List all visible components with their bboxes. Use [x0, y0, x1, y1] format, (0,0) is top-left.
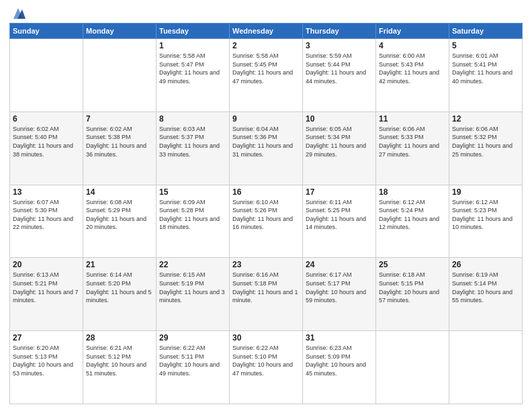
calendar-cell: 21Sunrise: 6:14 AM Sunset: 5:20 PM Dayli…	[83, 258, 157, 331]
calendar-cell: 5Sunrise: 6:01 AM Sunset: 5:41 PM Daylig…	[449, 39, 523, 112]
day-info: Sunrise: 6:01 AM Sunset: 5:41 PM Dayligh…	[452, 52, 519, 85]
day-info: Sunrise: 6:20 AM Sunset: 5:13 PM Dayligh…	[13, 344, 80, 377]
day-info: Sunrise: 6:11 AM Sunset: 5:25 PM Dayligh…	[306, 198, 373, 232]
day-info: Sunrise: 6:08 AM Sunset: 5:29 PM Dayligh…	[86, 198, 153, 232]
calendar-cell: 29Sunrise: 6:22 AM Sunset: 5:11 PM Dayli…	[157, 331, 230, 404]
calendar-week-row: 6Sunrise: 6:02 AM Sunset: 5:40 PM Daylig…	[10, 111, 523, 185]
day-number: 30	[232, 333, 300, 342]
calendar-cell: 17Sunrise: 6:11 AM Sunset: 5:25 PM Dayli…	[303, 185, 376, 258]
calendar-table: Sunday Monday Tuesday Wednesday Thursday…	[9, 23, 523, 404]
day-info: Sunrise: 6:18 AM Sunset: 5:15 PM Dayligh…	[379, 271, 446, 304]
calendar-week-row: 27Sunrise: 6:20 AM Sunset: 5:13 PM Dayli…	[10, 331, 523, 404]
day-number: 26	[452, 260, 519, 269]
day-number: 19	[452, 187, 519, 197]
logo-icon	[11, 7, 26, 20]
calendar-cell: 15Sunrise: 6:09 AM Sunset: 5:28 PM Dayli…	[157, 185, 230, 258]
day-info: Sunrise: 6:03 AM Sunset: 5:37 PM Dayligh…	[159, 125, 226, 158]
header-thursday: Thursday	[303, 24, 376, 39]
day-number: 21	[86, 260, 153, 269]
header	[9, 7, 523, 17]
header-wednesday: Wednesday	[230, 24, 303, 39]
day-number: 4	[379, 41, 446, 50]
day-number: 18	[379, 187, 446, 197]
calendar-cell: 18Sunrise: 6:12 AM Sunset: 5:24 PM Dayli…	[376, 185, 449, 258]
day-info: Sunrise: 6:06 AM Sunset: 5:32 PM Dayligh…	[452, 125, 519, 158]
page: Sunday Monday Tuesday Wednesday Thursday…	[0, 0, 532, 411]
calendar-cell: 7Sunrise: 6:02 AM Sunset: 5:38 PM Daylig…	[83, 111, 157, 185]
day-number: 20	[13, 260, 80, 269]
day-number: 24	[306, 260, 373, 269]
day-info: Sunrise: 6:16 AM Sunset: 5:18 PM Dayligh…	[232, 271, 300, 304]
day-info: Sunrise: 6:22 AM Sunset: 5:10 PM Dayligh…	[232, 344, 300, 377]
calendar-cell	[83, 39, 157, 112]
day-number: 2	[232, 41, 300, 50]
calendar-cell: 16Sunrise: 6:10 AM Sunset: 5:26 PM Dayli…	[230, 185, 303, 258]
calendar-cell: 23Sunrise: 6:16 AM Sunset: 5:18 PM Dayli…	[230, 258, 303, 331]
header-sunday: Sunday	[10, 24, 83, 39]
calendar-cell: 11Sunrise: 6:06 AM Sunset: 5:33 PM Dayli…	[376, 111, 449, 185]
day-info: Sunrise: 5:58 AM Sunset: 5:45 PM Dayligh…	[232, 52, 300, 85]
day-info: Sunrise: 5:58 AM Sunset: 5:47 PM Dayligh…	[159, 52, 226, 85]
header-friday: Friday	[376, 24, 449, 39]
calendar-week-row: 13Sunrise: 6:07 AM Sunset: 5:30 PM Dayli…	[10, 185, 523, 258]
day-number: 28	[86, 333, 153, 342]
day-number: 13	[13, 187, 80, 197]
day-info: Sunrise: 6:15 AM Sunset: 5:19 PM Dayligh…	[159, 271, 226, 304]
header-monday: Monday	[83, 24, 157, 39]
calendar-cell	[10, 39, 83, 112]
day-number: 22	[159, 260, 226, 269]
calendar-cell: 6Sunrise: 6:02 AM Sunset: 5:40 PM Daylig…	[10, 111, 83, 185]
calendar-cell: 22Sunrise: 6:15 AM Sunset: 5:19 PM Dayli…	[157, 258, 230, 331]
day-info: Sunrise: 5:59 AM Sunset: 5:44 PM Dayligh…	[306, 52, 373, 85]
calendar-cell: 27Sunrise: 6:20 AM Sunset: 5:13 PM Dayli…	[10, 331, 83, 404]
day-number: 15	[159, 187, 226, 197]
day-info: Sunrise: 6:12 AM Sunset: 5:23 PM Dayligh…	[452, 198, 519, 232]
calendar-cell: 10Sunrise: 6:05 AM Sunset: 5:34 PM Dayli…	[303, 111, 376, 185]
day-info: Sunrise: 6:02 AM Sunset: 5:38 PM Dayligh…	[86, 125, 153, 158]
day-number: 11	[379, 114, 446, 124]
calendar-cell: 1Sunrise: 5:58 AM Sunset: 5:47 PM Daylig…	[157, 39, 230, 112]
calendar-cell: 3Sunrise: 5:59 AM Sunset: 5:44 PM Daylig…	[303, 39, 376, 112]
day-number: 1	[159, 41, 226, 50]
day-number: 5	[452, 41, 519, 50]
day-info: Sunrise: 6:04 AM Sunset: 5:36 PM Dayligh…	[232, 125, 300, 158]
day-info: Sunrise: 6:23 AM Sunset: 5:09 PM Dayligh…	[306, 344, 373, 377]
day-number: 9	[232, 114, 300, 124]
day-info: Sunrise: 6:10 AM Sunset: 5:26 PM Dayligh…	[232, 198, 300, 232]
calendar-header-row: Sunday Monday Tuesday Wednesday Thursday…	[10, 24, 523, 39]
calendar-cell: 19Sunrise: 6:12 AM Sunset: 5:23 PM Dayli…	[449, 185, 523, 258]
day-info: Sunrise: 6:22 AM Sunset: 5:11 PM Dayligh…	[159, 344, 226, 377]
calendar-cell: 24Sunrise: 6:17 AM Sunset: 5:17 PM Dayli…	[303, 258, 376, 331]
day-info: Sunrise: 6:13 AM Sunset: 5:21 PM Dayligh…	[13, 271, 80, 304]
day-number: 25	[379, 260, 446, 269]
calendar-cell: 31Sunrise: 6:23 AM Sunset: 5:09 PM Dayli…	[303, 331, 376, 404]
day-number: 12	[452, 114, 519, 124]
day-info: Sunrise: 6:17 AM Sunset: 5:17 PM Dayligh…	[306, 271, 373, 304]
day-number: 6	[13, 114, 80, 124]
day-info: Sunrise: 6:12 AM Sunset: 5:24 PM Dayligh…	[379, 198, 446, 232]
calendar-cell	[376, 331, 449, 404]
calendar-week-row: 20Sunrise: 6:13 AM Sunset: 5:21 PM Dayli…	[10, 258, 523, 331]
calendar-cell: 2Sunrise: 5:58 AM Sunset: 5:45 PM Daylig…	[230, 39, 303, 112]
day-number: 17	[306, 187, 373, 197]
day-number: 23	[232, 260, 300, 269]
calendar-cell: 14Sunrise: 6:08 AM Sunset: 5:29 PM Dayli…	[83, 185, 157, 258]
day-info: Sunrise: 6:07 AM Sunset: 5:30 PM Dayligh…	[13, 198, 80, 232]
day-number: 27	[13, 333, 80, 342]
logo	[9, 7, 27, 17]
day-info: Sunrise: 6:14 AM Sunset: 5:20 PM Dayligh…	[86, 271, 153, 304]
calendar-cell	[449, 331, 523, 404]
calendar-cell: 8Sunrise: 6:03 AM Sunset: 5:37 PM Daylig…	[157, 111, 230, 185]
header-saturday: Saturday	[449, 24, 523, 39]
day-info: Sunrise: 6:05 AM Sunset: 5:34 PM Dayligh…	[306, 125, 373, 158]
day-number: 31	[306, 333, 373, 342]
calendar-cell: 26Sunrise: 6:19 AM Sunset: 5:14 PM Dayli…	[449, 258, 523, 331]
day-number: 7	[86, 114, 153, 124]
calendar-cell: 13Sunrise: 6:07 AM Sunset: 5:30 PM Dayli…	[10, 185, 83, 258]
day-info: Sunrise: 6:19 AM Sunset: 5:14 PM Dayligh…	[452, 271, 519, 304]
day-info: Sunrise: 6:02 AM Sunset: 5:40 PM Dayligh…	[13, 125, 80, 158]
calendar-cell: 20Sunrise: 6:13 AM Sunset: 5:21 PM Dayli…	[10, 258, 83, 331]
day-number: 8	[159, 114, 226, 124]
day-number: 14	[86, 187, 153, 197]
day-info: Sunrise: 6:00 AM Sunset: 5:43 PM Dayligh…	[379, 52, 446, 85]
